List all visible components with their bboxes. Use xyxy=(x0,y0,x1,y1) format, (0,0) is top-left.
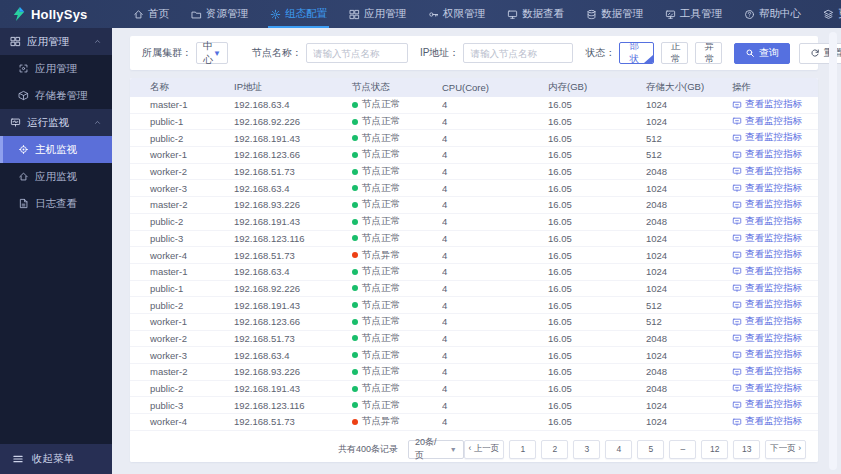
sidebar-item-app-monitor[interactable]: 应用监视 xyxy=(0,163,112,190)
nav-item-label: 组态配置 xyxy=(285,7,327,21)
cell-action: 查看监控指标 xyxy=(732,247,818,264)
cell-memory: 16.05 xyxy=(548,313,646,330)
sidebar-item-host-monitor[interactable]: 主机监视 xyxy=(0,136,112,163)
pagination-page-1[interactable]: 1 xyxy=(509,440,536,459)
table-row: public-1192.168.92.226节点正常416.051024查看监控… xyxy=(130,113,818,130)
search-button[interactable]: 查询 xyxy=(734,43,790,64)
cell-storage: 1024 xyxy=(646,280,732,297)
sidebar-group-app-manage-group[interactable]: 应用管理 xyxy=(0,28,112,55)
cell-ip: 192.168.123.116 xyxy=(234,397,352,414)
table-row: master-2192.168.93.226节点正常416.052048查看监控… xyxy=(130,197,818,214)
sidebar-item-log-view[interactable]: 日志查看 xyxy=(0,190,112,217)
cell-name: worker-2 xyxy=(130,163,234,180)
cell-status: 节点异常 xyxy=(352,414,442,431)
view-metrics-link[interactable]: 查看监控指标 xyxy=(732,282,802,295)
cell-name: worker-4 xyxy=(130,414,234,431)
nav-item-data-manage[interactable]: 数据管理 xyxy=(575,0,654,28)
cell-name: worker-2 xyxy=(130,330,234,347)
status-dot-icon xyxy=(352,102,358,108)
pagination-next[interactable]: 下一页 › xyxy=(765,440,806,459)
nav-item-more[interactable]: 更多▾ xyxy=(812,0,841,28)
pagination-page-4[interactable]: 4 xyxy=(605,440,632,459)
cell-name: worker-1 xyxy=(130,313,234,330)
nav-item-resource-manage[interactable]: 资源管理 xyxy=(180,0,259,28)
table-row: master-1192.168.63.4节点正常416.051024查看监控指标 xyxy=(130,263,818,280)
nav-item-tool-manage[interactable]: 工具管理 xyxy=(654,0,733,28)
nav-item-config[interactable]: 组态配置 xyxy=(259,0,338,28)
cell-action: 查看监控指标 xyxy=(732,97,818,113)
node-table: 名称IP地址节点状态CPU(Core)内存(GB)存储大小(GB)操作 mast… xyxy=(130,78,818,431)
status-dot-icon xyxy=(352,352,358,358)
view-metrics-link[interactable]: 查看监控指标 xyxy=(732,115,802,128)
cell-cpu: 4 xyxy=(442,347,548,364)
status-dot-icon xyxy=(352,335,358,341)
log-icon xyxy=(18,198,29,209)
view-metrics-link[interactable]: 查看监控指标 xyxy=(732,365,802,378)
pagination-page-2[interactable]: 2 xyxy=(541,440,568,459)
main-content: 所属集群： 中心 ▼ 节点名称： IP地址： 状态： 全部状态正常异常 查询 重… xyxy=(112,28,841,474)
cell-storage: 512 xyxy=(646,147,732,164)
view-metrics-link[interactable]: 查看监控指标 xyxy=(732,348,802,361)
status-dot-icon xyxy=(352,252,358,258)
page-scrollbar[interactable] xyxy=(829,32,837,470)
status-option-label: 正常 xyxy=(671,42,681,64)
pagination-page-3[interactable]: 3 xyxy=(573,440,600,459)
pagination-ellipsis[interactable]: – xyxy=(669,440,696,459)
view-metrics-link[interactable]: 查看监控指标 xyxy=(732,382,802,395)
cell-storage: 1024 xyxy=(646,414,732,431)
pagination-prev[interactable]: ‹ 上一页 xyxy=(464,440,505,459)
view-metrics-link[interactable]: 查看监控指标 xyxy=(732,248,802,261)
view-metrics-link[interactable]: 查看监控指标 xyxy=(732,265,802,278)
cell-ip: 192.168.191.43 xyxy=(234,297,352,314)
view-metrics-link[interactable]: 查看监控指标 xyxy=(732,98,802,111)
page-size-value: 20条/页 xyxy=(415,436,445,462)
nav-item-label: 工具管理 xyxy=(680,7,722,21)
pagination-page-12[interactable]: 12 xyxy=(701,440,728,459)
view-metrics-link[interactable]: 查看监控指标 xyxy=(732,415,802,428)
sidebar-item-label: 主机监视 xyxy=(35,143,77,157)
pagination-page-5[interactable]: 5 xyxy=(637,440,664,459)
view-metrics-link[interactable]: 查看监控指标 xyxy=(732,131,802,144)
pagination-page-13[interactable]: 13 xyxy=(733,440,760,459)
ip-input[interactable] xyxy=(463,43,573,63)
nav-item-permission-manage[interactable]: 权限管理 xyxy=(417,0,496,28)
nav-item-help-center[interactable]: 帮助中心 xyxy=(733,0,812,28)
page-size-select[interactable]: 20条/页 ▼ xyxy=(408,440,464,459)
collapse-menu-button[interactable]: 收起菜单 xyxy=(0,444,112,474)
view-metrics-link[interactable]: 查看监控指标 xyxy=(732,398,802,411)
cell-cpu: 4 xyxy=(442,313,548,330)
logo[interactable]: HollySys xyxy=(0,7,122,22)
view-metrics-link[interactable]: 查看监控指标 xyxy=(732,182,802,195)
sidebar-group-run-monitor-group[interactable]: 运行监视 xyxy=(0,109,112,136)
chevron-down-icon: ▼ xyxy=(213,49,221,58)
sidebar-item-storage-volume-manage[interactable]: 存储卷管理 xyxy=(0,82,112,109)
status-dot-icon xyxy=(352,419,358,425)
view-metrics-link[interactable]: 查看监控指标 xyxy=(732,315,802,328)
view-metrics-link[interactable]: 查看监控指标 xyxy=(732,232,802,245)
status-dot-icon xyxy=(352,319,358,325)
sidebar-item-app-manage[interactable]: 应用管理 xyxy=(0,55,112,82)
cell-memory: 16.05 xyxy=(548,163,646,180)
resource-icon xyxy=(191,9,202,20)
cell-ip: 192.168.63.4 xyxy=(234,263,352,280)
view-metrics-link[interactable]: 查看监控指标 xyxy=(732,215,802,228)
status-option-normal[interactable]: 正常 xyxy=(661,42,688,64)
cell-status: 节点正常 xyxy=(352,113,442,130)
cell-ip: 192.168.191.43 xyxy=(234,130,352,147)
view-metrics-link[interactable]: 查看监控指标 xyxy=(732,198,802,211)
view-metrics-link[interactable]: 查看监控指标 xyxy=(732,165,802,178)
cluster-select[interactable]: 中心 ▼ xyxy=(196,42,228,64)
monitor-metrics-icon xyxy=(732,367,742,377)
nav-item-app-manage[interactable]: 应用管理 xyxy=(338,0,417,28)
node-name-input[interactable] xyxy=(306,43,408,63)
view-metrics-link[interactable]: 查看监控指标 xyxy=(732,298,802,311)
view-metrics-link[interactable]: 查看监控指标 xyxy=(732,332,802,345)
cell-status: 节点正常 xyxy=(352,297,442,314)
view-metrics-link[interactable]: 查看监控指标 xyxy=(732,148,802,161)
status-option-all[interactable]: 全部状态 xyxy=(619,42,653,64)
nav-item-data-view[interactable]: 数据查看 xyxy=(496,0,575,28)
cell-memory: 16.05 xyxy=(548,380,646,397)
nav-item-home[interactable]: 首页 xyxy=(122,0,180,28)
status-option-abnormal[interactable]: 异常 xyxy=(695,42,722,64)
monitor-metrics-icon xyxy=(732,317,742,327)
